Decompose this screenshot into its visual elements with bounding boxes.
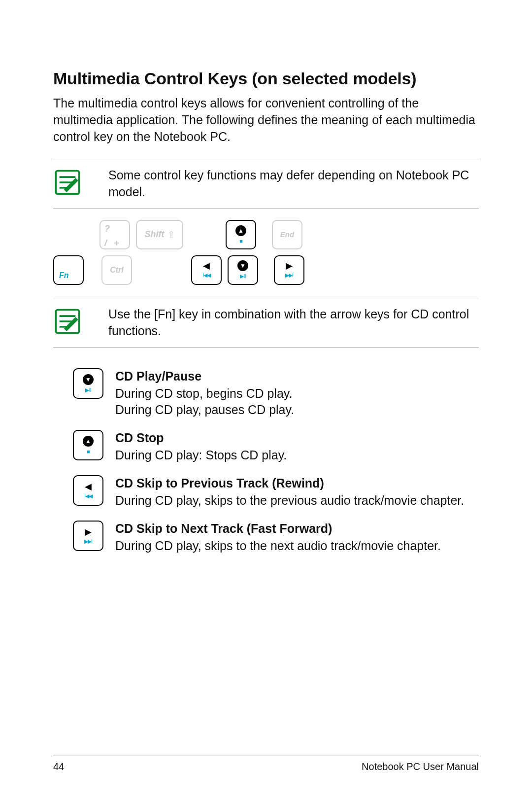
arrow-left-icon: ◀ — [203, 261, 210, 270]
key-arrow-up: ▲ ■ — [226, 220, 256, 249]
key-description-list: ▼ ▶II CD Play/Pause During CD stop, begi… — [53, 368, 479, 554]
page-number: 44 — [53, 761, 64, 772]
desc-title: CD Play/Pause — [115, 368, 294, 384]
key-end: End — [272, 220, 302, 249]
note-icon — [53, 168, 82, 197]
desc-item-stop: ▲ ■ CD Stop During CD play: Stops CD pla… — [53, 430, 479, 463]
page-footer: 44 Notebook PC User Manual — [53, 756, 479, 772]
desc-title: CD Stop — [115, 430, 287, 446]
manual-title: Notebook PC User Manual — [362, 761, 479, 772]
desc-title: CD Skip to Next Track (Fast Forward) — [115, 521, 441, 537]
key-fn: Fn — [53, 255, 84, 285]
desc-item-play-pause: ▼ ▶II CD Play/Pause During CD stop, begi… — [53, 368, 479, 418]
desc-body: During CD stop, begins CD play. During C… — [115, 386, 294, 417]
key-icon-next: ▶ ▶▶I — [73, 521, 103, 551]
svg-marker-4 — [64, 178, 78, 192]
desc-item-prev: ◀ I◀◀ CD Skip to Previous Track (Rewind)… — [53, 475, 479, 509]
key-slash: ? / + — [100, 220, 130, 249]
skip-next-icon: ▶▶I — [285, 272, 293, 279]
key-arrow-down: ▼ ▶II — [228, 255, 258, 285]
note-text-2: Use the [Fn] key in combination with the… — [108, 304, 479, 340]
key-arrow-right: ▶ ▶▶I — [274, 255, 304, 285]
svg-marker-9 — [64, 317, 78, 331]
note-block-2: Use the [Fn] key in combination with the… — [53, 299, 479, 348]
desc-body: During CD play: Stops CD play. — [115, 448, 287, 462]
play-pause-icon: ▶II — [240, 273, 245, 279]
keyboard-diagram: ? / + Shift ⇧ ▲ ■ End Fn Ctrl ◀ — [53, 220, 479, 285]
key-ctrl: Ctrl — [101, 255, 132, 285]
stop-icon: ■ — [239, 238, 242, 244]
note-block-1: Some control key functions may defer dep… — [53, 160, 479, 209]
key-arrow-left: ◀ I◀◀ — [191, 255, 222, 285]
arrow-down-icon: ▼ — [237, 260, 248, 271]
note-icon — [53, 307, 82, 336]
desc-item-next: ▶ ▶▶I CD Skip to Next Track (Fast Forwar… — [53, 521, 479, 554]
intro-paragraph: The multimedia control keys allows for c… — [53, 95, 479, 145]
note-text-1: Some control key functions may defer dep… — [108, 165, 479, 201]
key-icon-prev: ◀ I◀◀ — [73, 475, 103, 506]
desc-body: During CD play, skips to the next audio … — [115, 539, 441, 553]
page-heading: Multimedia Control Keys (on selected mod… — [53, 69, 479, 88]
key-shift: Shift ⇧ — [136, 220, 183, 249]
key-icon-play-pause: ▼ ▶II — [73, 368, 103, 399]
skip-prev-icon: I◀◀ — [202, 272, 210, 279]
desc-title: CD Skip to Previous Track (Rewind) — [115, 475, 464, 491]
arrow-right-icon: ▶ — [286, 261, 293, 270]
desc-body: During CD play, skips to the previous au… — [115, 493, 464, 507]
key-icon-stop: ▲ ■ — [73, 430, 103, 460]
arrow-up-icon: ▲ — [235, 225, 246, 236]
